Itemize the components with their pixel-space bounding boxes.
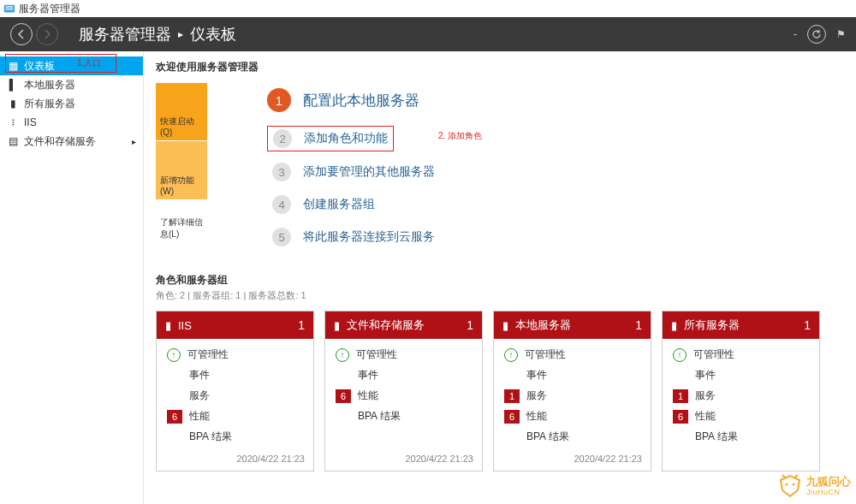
breadcrumb: 服务器管理器 ▸ 仪表板 <box>79 24 236 44</box>
svg-point-4 <box>793 483 795 486</box>
tile-row-label: 服务 <box>526 388 547 403</box>
tile-row[interactable]: BPA 结果 <box>336 409 472 424</box>
tile-row-label: BPA 结果 <box>526 430 569 444</box>
qs-step-number: 2 <box>273 129 292 148</box>
tile[interactable]: ▮所有服务器1↑可管理性事件1服务6性能BPA 结果 <box>662 311 820 471</box>
watermark: 九狐问心 JiuHuCN <box>777 473 851 499</box>
alert-badge: 6 <box>336 389 351 403</box>
tile-row[interactable]: ↑可管理性 <box>167 347 303 362</box>
status-up-icon: ↑ <box>504 348 518 362</box>
tile-row[interactable]: 6性能 <box>673 409 809 424</box>
refresh-button[interactable] <box>807 25 826 44</box>
tile-title: 文件和存储服务 <box>347 317 425 333</box>
dashboard-icon: ▦ <box>7 60 19 72</box>
tile[interactable]: ▮文件和存储服务1↑可管理性事件6性能BPA 结果2020/4/22 21:23 <box>324 311 483 471</box>
alert-badge: 6 <box>673 410 688 424</box>
sidebar-item-label: 所有服务器 <box>24 97 75 111</box>
tile-row[interactable]: 6性能 <box>336 388 472 403</box>
quickstart-panel: 快速启动(Q) 新增功能(W) 了解详细信息(L) 1 配置此本地服务器 2 添… <box>156 83 844 258</box>
tile-row-label: 服务 <box>189 388 210 403</box>
tile-row-label: 事件 <box>189 368 210 382</box>
sidebar-item-file-storage[interactable]: ▤ 文件和存储服务 ▸ <box>0 132 143 151</box>
tile-row[interactable]: 6性能 <box>167 409 303 424</box>
alert-badge: 6 <box>504 410 520 424</box>
tile-row[interactable]: 服务 <box>167 388 303 403</box>
tile-count: 1 <box>635 318 642 332</box>
tile[interactable]: ▮IIS1↑可管理性事件服务6性能BPA 结果2020/4/22 21:23 <box>156 311 314 471</box>
svg-point-3 <box>786 483 788 486</box>
tile-row[interactable]: 事件 <box>336 368 472 382</box>
tile-row[interactable]: ↑可管理性 <box>673 347 809 362</box>
tile-row[interactable]: 事件 <box>673 368 809 382</box>
tile-row[interactable]: BPA 结果 <box>504 430 640 444</box>
sidebar-item-dashboard[interactable]: ▦ 仪表板 <box>0 56 143 75</box>
qs-step-create-group[interactable]: 4 创建服务器组 <box>267 193 844 216</box>
tile-row[interactable]: BPA 结果 <box>673 430 809 444</box>
servers-icon: ▮ <box>7 98 19 110</box>
qs-tab-new[interactable]: 新增功能(W) <box>156 141 207 199</box>
breadcrumb-current: 仪表板 <box>190 24 236 44</box>
iis-icon: ፧ <box>7 116 19 128</box>
tile-icon: ▮ <box>671 319 677 332</box>
tile-body: ↑可管理性事件1服务6性能BPA 结果 <box>663 339 819 464</box>
qs-tab-learn[interactable]: 了解详细信息(L) <box>156 200 207 258</box>
status-up-icon: ↑ <box>167 348 181 362</box>
tile-header: ▮本地服务器1 <box>494 311 651 339</box>
breadcrumb-separator: ▸ <box>178 28 183 40</box>
qs-step-number: 4 <box>272 195 291 214</box>
watermark-sub: JiuHuCN <box>806 488 851 496</box>
qs-step-add-roles[interactable]: 2 添加角色和功能 <box>267 126 394 151</box>
tile-row[interactable]: 1服务 <box>673 388 809 403</box>
status-up-icon: ↑ <box>336 348 349 362</box>
tile-header: ▮IIS1 <box>157 311 313 339</box>
qs-step-number: 5 <box>272 228 291 246</box>
sidebar-item-label: IIS <box>24 116 37 128</box>
sidebar-item-local-server[interactable]: ▌ 本地服务器 <box>0 75 143 94</box>
annotation-label-sidebar: 1.入口 <box>77 57 101 69</box>
qs-title-text[interactable]: 配置此本地服务器 <box>303 91 419 110</box>
annotation-label-step: 2. 添加角色 <box>438 130 482 142</box>
tile-row[interactable]: BPA 结果 <box>167 430 303 444</box>
tile-row[interactable]: 6性能 <box>504 409 640 424</box>
qs-step-cloud[interactable]: 5 将此服务器连接到云服务 <box>267 225 844 249</box>
tile-row[interactable]: 事件 <box>504 368 640 382</box>
flag-icon[interactable]: ⚑ <box>836 28 846 40</box>
alert-badge: 1 <box>504 389 520 403</box>
tile-timestamp: 2020/4/22 21:23 <box>494 454 651 471</box>
chevron-right-icon: ▸ <box>132 137 136 146</box>
qs-step-add-servers[interactable]: 3 添加要管理的其他服务器 <box>267 160 844 184</box>
watermark-text: 九狐问心 <box>806 476 851 488</box>
roles-heading: 角色和服务器组 <box>156 273 844 288</box>
tile-icon: ▮ <box>334 319 340 332</box>
breadcrumb-root[interactable]: 服务器管理器 <box>79 24 171 44</box>
tile-row[interactable]: ↑可管理性 <box>336 347 472 362</box>
back-button[interactable] <box>10 23 33 45</box>
tile-body: ↑可管理性事件1服务6性能BPA 结果 <box>494 339 651 454</box>
tile-row-label: BPA 结果 <box>189 430 232 444</box>
forward-button[interactable] <box>36 23 58 45</box>
sidebar-item-all-servers[interactable]: ▮ 所有服务器 <box>0 94 143 113</box>
sidebar-item-iis[interactable]: ፧ IIS <box>0 113 143 132</box>
welcome-heading: 欢迎使用服务器管理器 <box>156 60 844 74</box>
tile-row[interactable]: 事件 <box>167 368 303 382</box>
window-titlebar: 服务器管理器 <box>0 0 856 17</box>
tile-body: ↑可管理性事件服务6性能BPA 结果 <box>157 339 313 454</box>
svg-rect-2 <box>6 9 14 9</box>
watermark-icon <box>777 473 803 499</box>
tile-row-label: 可管理性 <box>187 347 229 362</box>
qs-tab-quick[interactable]: 快速启动(Q) <box>156 83 207 141</box>
tile-title: IIS <box>178 319 192 332</box>
tile-row-label: BPA 结果 <box>695 430 738 444</box>
tile-row-label: 性能 <box>189 409 210 424</box>
tile-row[interactable]: ↑可管理性 <box>504 347 640 362</box>
tile[interactable]: ▮本地服务器1↑可管理性事件1服务6性能BPA 结果2020/4/22 21:2… <box>493 311 651 471</box>
tile-row-label: 性能 <box>695 409 716 424</box>
tile-row[interactable]: 1服务 <box>504 388 640 403</box>
tile-row-label: 事件 <box>695 368 716 382</box>
sidebar-item-label: 本地服务器 <box>24 78 75 92</box>
tile-row-label: 可管理性 <box>356 347 397 362</box>
status-up-icon: ↑ <box>673 348 687 362</box>
sidebar: ▦ 仪表板 ▌ 本地服务器 ▮ 所有服务器 ፧ IIS ▤ 文件和存储服务 ▸ <box>0 51 144 504</box>
tile-timestamp: 2020/4/22 21:23 <box>325 454 482 471</box>
tile-icon: ▮ <box>165 319 171 332</box>
